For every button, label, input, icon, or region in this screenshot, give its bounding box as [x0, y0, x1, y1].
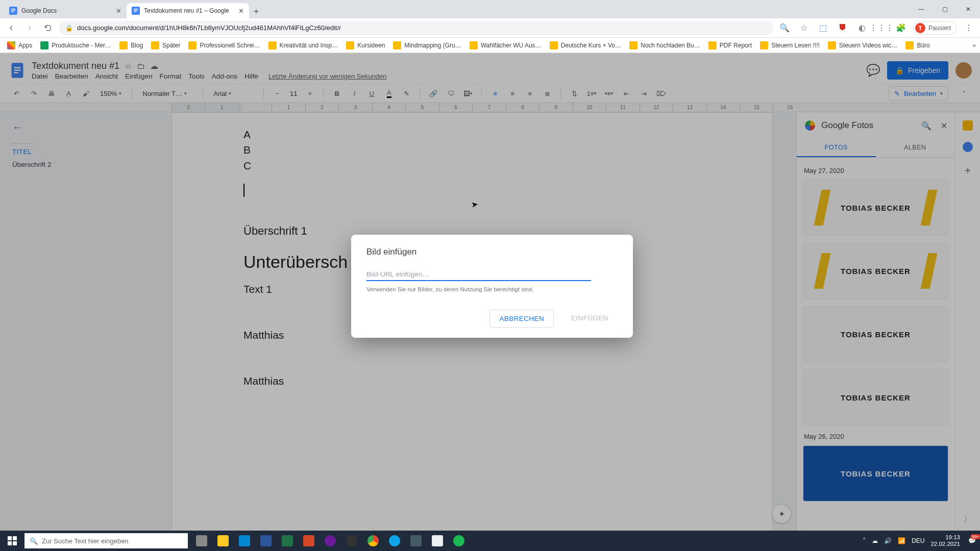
bookmark-item[interactable]: Produktsuche - Mer… [37, 39, 114, 52]
insert-comment-button[interactable]: 🗨 [445, 87, 457, 99]
taskbar-search-input[interactable]: 🔍 Zur Suche Text hier eingeben [24, 533, 188, 548]
menu-einfuegen[interactable]: Einfügen [125, 72, 152, 80]
paragraph-style-select[interactable]: Normaler T…▾ [139, 90, 195, 97]
photo-thumbnail[interactable]: TOBIAS BECKER [803, 180, 948, 236]
print-button[interactable]: 🖶 [45, 87, 57, 99]
window-maximize-button[interactable]: ▢ [933, 0, 957, 18]
edge-button[interactable] [384, 531, 405, 551]
chrome-button[interactable] [362, 531, 384, 551]
excel-button[interactable] [277, 531, 298, 551]
bookmark-item[interactable]: Steuern Lesen !!!! [757, 39, 823, 52]
indent-decrease-button[interactable]: ⇤ [620, 87, 632, 99]
explore-fab[interactable]: ✦ [772, 504, 791, 523]
insert-link-button[interactable]: 🔗 [427, 87, 439, 99]
outline-title-item[interactable]: TITEL [12, 148, 151, 156]
text-line[interactable]: A [243, 127, 701, 142]
align-left-button[interactable]: ≡ [489, 87, 501, 99]
cancel-button[interactable]: ABBRECHEN [489, 310, 554, 328]
chrome-menu-button[interactable]: ⋮ [962, 21, 976, 35]
paint-format-button[interactable]: 🖌 [80, 87, 92, 99]
italic-button[interactable]: I [348, 87, 360, 99]
comments-icon[interactable]: 💬 [866, 64, 880, 77]
close-tab-icon[interactable]: ✕ [238, 7, 244, 15]
move-folder-icon[interactable]: 🗀 [137, 62, 145, 71]
font-size-value[interactable]: 11 [288, 90, 299, 97]
align-justify-button[interactable]: ≣ [541, 87, 553, 99]
bookmark-star-icon[interactable]: ☆ [797, 21, 811, 35]
notepad-button[interactable] [427, 531, 448, 551]
bookmark-item[interactable]: Kreativität und Insp… [265, 39, 341, 52]
spellcheck-button[interactable]: Ạ [62, 87, 75, 99]
menu-hilfe[interactable]: Hilfe [244, 72, 258, 80]
close-panel-button[interactable]: ✕ [941, 121, 947, 131]
bold-button[interactable]: B [331, 87, 343, 99]
nav-forward-button[interactable] [22, 21, 37, 35]
bulleted-list-button[interactable]: •≡▾ [603, 87, 615, 99]
image-url-input[interactable] [366, 268, 591, 281]
font-family-select[interactable]: Arial▾ [210, 90, 256, 97]
close-tab-icon[interactable]: ✕ [116, 7, 121, 15]
menu-format[interactable]: Format [159, 72, 181, 80]
last-edit-link[interactable]: Letzte Änderung vor wenigen Sekunden [268, 72, 386, 80]
word-button[interactable] [255, 531, 277, 551]
menu-ansicht[interactable]: Ansicht [95, 72, 118, 80]
nav-reload-button[interactable] [41, 21, 55, 35]
side-rail-collapse-icon[interactable]: 〉 [964, 514, 972, 524]
bookmark-item[interactable]: Deutsche Kurs + Vo… [547, 39, 624, 52]
highlight-button[interactable]: ✎ [400, 87, 412, 99]
bookmark-item[interactable]: Später [148, 39, 183, 52]
file-explorer-button[interactable] [212, 531, 234, 551]
photo-thumbnail[interactable]: TOBIAS BECKER [803, 243, 948, 299]
text-line[interactable]: C [243, 158, 701, 173]
zoom-icon[interactable]: 🔍 [777, 21, 792, 35]
numbered-list-button[interactable]: 1≡▾ [585, 87, 598, 99]
menu-datei[interactable]: Datei [32, 72, 48, 80]
window-minimize-button[interactable]: — [910, 0, 933, 18]
editing-mode-select[interactable]: ✎ Bearbeiten ▾ [889, 86, 948, 101]
docs-logo-icon[interactable] [8, 61, 27, 80]
insert-image-button[interactable]: 🖼▾ [462, 87, 474, 99]
bookmark-apps[interactable]: Apps [4, 39, 35, 52]
zoom-select[interactable]: 150%▾ [97, 90, 125, 97]
nav-back-button[interactable] [4, 21, 18, 35]
tray-onedrive-icon[interactable]: ☁ [872, 537, 878, 544]
taskbar-app[interactable] [405, 531, 427, 551]
taskbar-app[interactable] [320, 531, 341, 551]
tray-language[interactable]: DEU [912, 537, 924, 544]
bookmark-item[interactable]: Büro [902, 39, 933, 52]
address-input[interactable]: 🔒 docs.google.com/document/d/1hUH8k6h7Lb… [59, 21, 773, 35]
obs-button[interactable] [341, 531, 362, 551]
text-color-button[interactable]: A [383, 87, 395, 99]
bookmark-item[interactable]: PDF Report [705, 39, 755, 52]
new-tab-button[interactable]: ＋ [249, 4, 263, 18]
underline-button[interactable]: U [365, 87, 378, 99]
photos-tab-fotos[interactable]: FOTOS [797, 139, 876, 157]
task-view-button[interactable] [191, 531, 212, 551]
tray-chevron-up-icon[interactable]: ˄ [863, 537, 866, 544]
window-close-button[interactable]: ✕ [957, 0, 980, 18]
photo-thumbnail[interactable]: TOBIAS BECKER [803, 369, 948, 425]
doc-title[interactable]: Textdokument neu #1 [32, 61, 119, 71]
action-center-button[interactable]: 💬 99+ [968, 537, 976, 544]
extensions-puzzle-icon[interactable]: 🧩 [894, 21, 908, 35]
undo-button[interactable]: ↶ [10, 87, 22, 99]
browser-tab-inactive[interactable]: Google Docs ✕ [4, 3, 127, 18]
collapse-toolbar-button[interactable]: ˄ [958, 87, 970, 99]
add-addon-button[interactable]: ＋ [963, 163, 973, 177]
insert-button[interactable]: EINFÜGEN [562, 310, 618, 328]
docs-ruler[interactable]: 2112345678910111213141516 [0, 103, 980, 112]
tasks-icon[interactable] [963, 142, 973, 152]
bookmark-item[interactable]: Wahlfächer WU Aus… [467, 39, 545, 52]
share-button[interactable]: 🔒 Freigeben [887, 61, 948, 80]
keep-icon[interactable] [963, 120, 973, 131]
photo-thumbnail[interactable]: TOBIAS BECKER [803, 445, 948, 502]
photo-thumbnail[interactable]: TOBIAS BECKER [803, 306, 948, 362]
menu-tools[interactable]: Tools [188, 72, 205, 80]
text-line[interactable]: Matthias [243, 375, 701, 387]
extension-icon[interactable]: ◐ [855, 21, 869, 35]
apps-grid-icon[interactable]: ⋮⋮⋮ [874, 21, 889, 35]
bookmark-item[interactable]: Steuern Videos wic… [825, 39, 901, 52]
photos-tab-alben[interactable]: ALBEN [876, 139, 955, 157]
outline-close-button[interactable]: ← [12, 121, 22, 133]
outline-heading-item[interactable]: Überschrift 2 [12, 161, 151, 168]
